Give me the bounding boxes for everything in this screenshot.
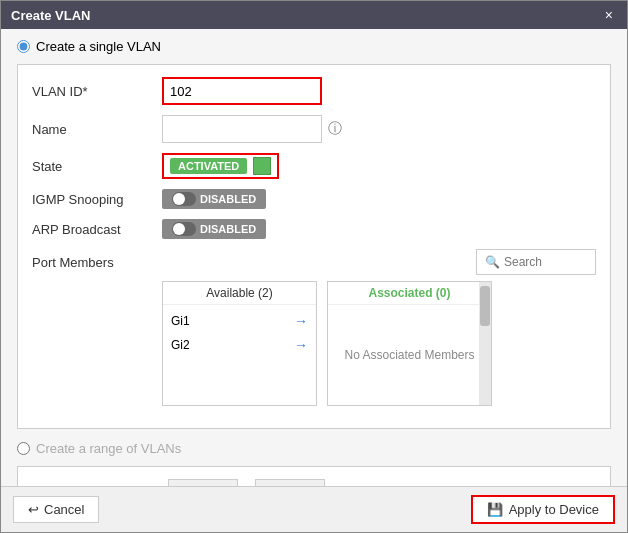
cancel-icon: ↩ — [28, 502, 39, 517]
arp-value: DISABLED — [200, 223, 256, 235]
associated-header: Associated (0) — [328, 282, 491, 305]
available-items: Gi1 → Gi2 → — [163, 305, 316, 405]
port-name: Gi2 — [171, 338, 190, 352]
search-icon: 🔍 — [485, 255, 500, 269]
range-vlan-radio[interactable] — [17, 442, 30, 455]
dialog-body: Create a single VLAN VLAN ID* Name ⓘ Sta… — [1, 29, 627, 486]
list-item[interactable]: Gi1 → — [163, 309, 316, 333]
arp-toggle[interactable]: DISABLED — [162, 219, 266, 239]
single-vlan-label[interactable]: Create a single VLAN — [36, 39, 161, 54]
single-vlan-radio-group: Create a single VLAN — [17, 39, 611, 54]
apply-icon: 💾 — [487, 502, 503, 517]
dialog-header: Create VLAN × — [1, 1, 627, 29]
single-vlan-radio[interactable] — [17, 40, 30, 53]
state-row: State ACTIVATED — [32, 153, 596, 179]
arp-row: ARP Broadcast DISABLED — [32, 219, 596, 239]
single-vlan-section: VLAN ID* Name ⓘ State ACTIVATED IGMP Sno… — [17, 64, 611, 429]
port-members-section: Port Members 🔍 Available (2) Gi1 → — [32, 249, 596, 406]
range-from-input[interactable] — [168, 479, 238, 486]
apply-button[interactable]: 💾 Apply to Device — [471, 495, 615, 524]
range-to-input[interactable] — [255, 479, 325, 486]
search-input[interactable] — [504, 255, 594, 269]
igmp-toggle[interactable]: DISABLED — [162, 189, 266, 209]
range-vlan-radio-group: Create a range of VLANs — [17, 441, 611, 456]
vlan-id-label: VLAN ID* — [32, 84, 162, 99]
port-name: Gi1 — [171, 314, 190, 328]
info-icon[interactable]: ⓘ — [328, 120, 342, 138]
state-label: State — [32, 159, 162, 174]
range-row: VLAN Range* - (Ex:5-7) — [32, 479, 596, 486]
dialog-footer: ↩ Cancel 💾 Apply to Device — [1, 486, 627, 532]
cancel-label: Cancel — [44, 502, 84, 517]
arp-label: ARP Broadcast — [32, 222, 162, 237]
available-header: Available (2) — [163, 282, 316, 305]
scrollbar[interactable] — [479, 282, 491, 405]
apply-label: Apply to Device — [509, 502, 599, 517]
vlan-id-input[interactable] — [162, 77, 322, 105]
igmp-value: DISABLED — [200, 193, 256, 205]
close-button[interactable]: × — [601, 7, 617, 23]
dialog-title: Create VLAN — [11, 8, 90, 23]
port-members-label: Port Members — [32, 255, 162, 270]
transfer-arrow-gi2[interactable]: → — [294, 337, 308, 353]
name-row: Name ⓘ — [32, 115, 596, 143]
state-green-indicator — [253, 157, 271, 175]
name-label: Name — [32, 122, 162, 137]
associated-panel: Associated (0) No Associated Members — [327, 281, 492, 406]
igmp-label: IGMP Snooping — [32, 192, 162, 207]
transfer-container: Available (2) Gi1 → Gi2 → — [162, 281, 596, 406]
create-vlan-dialog: Create VLAN × Create a single VLAN VLAN … — [0, 0, 628, 533]
state-control[interactable]: ACTIVATED — [162, 153, 279, 179]
list-item[interactable]: Gi2 → — [163, 333, 316, 357]
vlan-id-row: VLAN ID* — [32, 77, 596, 105]
search-box: 🔍 — [476, 249, 596, 275]
range-vlan-label[interactable]: Create a range of VLANs — [36, 441, 181, 456]
arp-toggle-indicator — [172, 222, 196, 236]
transfer-arrow-gi1[interactable]: → — [294, 313, 308, 329]
igmp-toggle-indicator — [172, 192, 196, 206]
igmp-row: IGMP Snooping DISABLED — [32, 189, 596, 209]
state-badge: ACTIVATED — [170, 158, 247, 174]
cancel-button[interactable]: ↩ Cancel — [13, 496, 99, 523]
port-members-top: Port Members 🔍 — [32, 249, 596, 275]
available-panel: Available (2) Gi1 → Gi2 → — [162, 281, 317, 406]
name-input[interactable] — [162, 115, 322, 143]
range-vlan-section: VLAN Range* - (Ex:5-7) — [17, 466, 611, 486]
associated-empty-text: No Associated Members — [328, 305, 491, 405]
scrollbar-thumb — [480, 286, 490, 326]
